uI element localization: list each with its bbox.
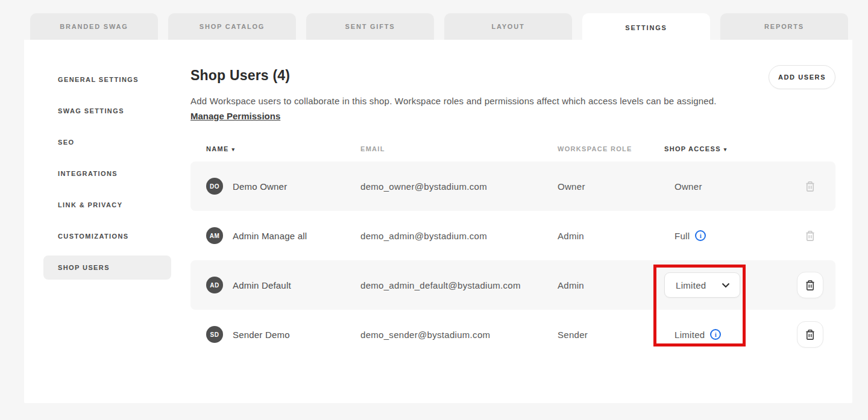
workspace-role: Admin [558, 280, 664, 290]
table-row: AM Admin Manage all demo_admin@bystadium… [190, 211, 835, 260]
user-name: Admin Manage all [233, 231, 307, 241]
sidebar-item-general-settings[interactable]: GENERAL SETTINGS [43, 67, 171, 92]
tab-shop-catalog[interactable]: SHOP CATALOG [168, 13, 296, 40]
avatar: DO [206, 178, 223, 195]
shop-access-value: Limited [676, 280, 706, 290]
chevron-down-icon [722, 283, 730, 288]
sidebar-item-link-privacy[interactable]: LINK & PRIVACY [43, 193, 171, 217]
page-description: Add Workspace users to collaborate in th… [190, 96, 769, 106]
column-label: SHOP ACCESS [664, 145, 721, 152]
delete-user-button [797, 173, 823, 199]
info-icon[interactable]: i [695, 230, 706, 241]
tab-sent-gifts[interactable]: SENT GIFTS [306, 13, 434, 40]
tab-bar: BRANDED SWAGSHOP CATALOGSENT GIFTSLAYOUT… [30, 13, 848, 42]
user-name: Sender Demo [233, 330, 290, 340]
sidebar-item-swag-settings[interactable]: SWAG SETTINGS [43, 99, 171, 123]
shop-access-cell: Limitedi [664, 329, 785, 340]
column-label: NAME [206, 145, 229, 152]
delete-user-button[interactable] [797, 321, 823, 348]
avatar: AM [206, 227, 223, 244]
trash-icon [805, 329, 816, 340]
delete-user-button [797, 222, 823, 249]
workspace-role: Admin [558, 231, 664, 241]
user-name: Admin Default [233, 280, 291, 290]
shop-access-value: Limitedi [664, 329, 721, 340]
column-header-workspace-role: WORKSPACE ROLE [558, 145, 664, 152]
shop-access-label: Full [675, 231, 690, 241]
table-row: SD Sender Demo demo_sender@bystadium.com… [190, 310, 835, 359]
user-email: demo_owner@bystadium.com [360, 181, 558, 192]
delete-cell [785, 321, 835, 348]
add-users-button[interactable]: ADD USERS [769, 65, 835, 89]
table-row: AD Admin Default demo_admin_default@byst… [190, 260, 835, 310]
info-icon[interactable]: i [710, 329, 721, 340]
delete-cell [785, 173, 835, 199]
settings-sidebar: GENERAL SETTINGSSWAG SETTINGSSEOINTEGRAT… [43, 67, 171, 287]
shop-access-cell: Limited [664, 272, 785, 298]
user-email: demo_admin_default@bystadium.com [360, 280, 558, 290]
shop-access-value: Fulli [664, 230, 706, 241]
tab-reports[interactable]: REPORTS [720, 13, 848, 40]
sidebar-item-shop-users[interactable]: SHOP USERS [43, 255, 171, 280]
tab-branded-swag[interactable]: BRANDED SWAG [30, 13, 158, 40]
delete-user-button[interactable] [797, 272, 823, 298]
manage-permissions-link[interactable]: Manage Permissions [190, 111, 280, 121]
shop-access-label: Owner [675, 181, 702, 192]
shop-access-cell: Fulli [664, 230, 785, 241]
name-cell: AD Admin Default [190, 277, 360, 293]
column-header-email: EMAIL [360, 145, 558, 152]
avatar: SD [206, 326, 223, 343]
sort-caret-icon: ▾ [232, 146, 236, 152]
trash-icon [805, 230, 816, 242]
trash-icon [805, 280, 816, 291]
table-row: DO Demo Owner demo_owner@bystadium.com O… [190, 161, 835, 211]
sidebar-item-seo[interactable]: SEO [43, 130, 171, 154]
user-email: demo_admin@bystadium.com [360, 231, 558, 241]
tab-layout[interactable]: LAYOUT [444, 13, 572, 40]
trash-icon [805, 181, 816, 192]
column-header-shop-access[interactable]: SHOP ACCESS▾ [664, 145, 785, 152]
delete-cell [785, 272, 835, 298]
name-cell: SD Sender Demo [190, 326, 360, 343]
shop-access-dropdown[interactable]: Limited [664, 272, 740, 298]
workspace-role: Sender [558, 330, 664, 340]
table-header: NAME▾EMAILWORKSPACE ROLESHOP ACCESS▾ [190, 143, 835, 155]
tab-settings[interactable]: SETTINGS [582, 13, 710, 42]
name-cell: AM Admin Manage all [190, 227, 360, 244]
avatar: AD [206, 277, 223, 293]
workspace-role: Owner [558, 181, 664, 192]
sidebar-item-integrations[interactable]: INTEGRATIONS [43, 161, 171, 186]
name-cell: DO Demo Owner [190, 178, 360, 195]
sidebar-item-customizations[interactable]: CUSTOMIZATIONS [43, 224, 171, 248]
column-header-name[interactable]: NAME▾ [190, 145, 360, 152]
shop-access-cell: Owner [664, 181, 785, 192]
shop-access-value: Owner [664, 181, 702, 192]
column-label: WORKSPACE ROLE [558, 145, 632, 152]
page-title: Shop Users (4) [190, 67, 290, 84]
user-name: Demo Owner [233, 181, 287, 192]
users-table: DO Demo Owner demo_owner@bystadium.com O… [190, 161, 835, 359]
column-label: EMAIL [360, 145, 385, 152]
delete-cell [785, 222, 835, 249]
user-email: demo_sender@bystadium.com [360, 330, 558, 340]
shop-access-label: Limited [675, 330, 705, 340]
sort-caret-icon: ▾ [724, 146, 728, 152]
